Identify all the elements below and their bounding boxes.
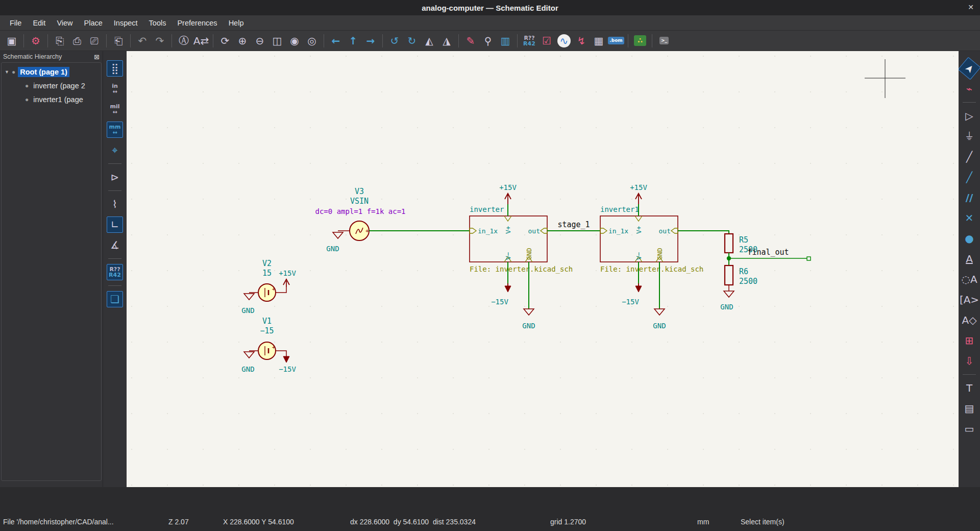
edit-symbol-fields-icon[interactable]: ▥ xyxy=(497,33,513,49)
redo-icon[interactable]: ↷ xyxy=(152,33,168,49)
menu-inspect[interactable]: Inspect xyxy=(108,17,143,29)
hierarchy-navigator-icon[interactable]: ❏ xyxy=(107,291,123,307)
highlight-net-icon[interactable]: ⌁ xyxy=(961,81,977,97)
pcb-editor-icon[interactable]: ∴ xyxy=(632,33,648,49)
menu-edit[interactable]: Edit xyxy=(27,17,51,29)
add-wire-icon[interactable]: ╱ xyxy=(961,149,977,165)
mirror-vertical-icon[interactable]: ◭ xyxy=(421,33,437,49)
m15-label[interactable]: −15V xyxy=(491,298,508,306)
gnd-label[interactable]: GND xyxy=(720,303,733,311)
page-settings-icon[interactable]: ⎘ xyxy=(52,33,68,49)
sheet1-pin-gnd[interactable]: GND xyxy=(525,248,533,260)
r5-reference[interactable]: R5 xyxy=(739,235,748,245)
p15-label[interactable]: +15V xyxy=(630,183,647,191)
menu-place[interactable]: Place xyxy=(79,17,108,29)
sheet2-pin-gnd[interactable]: GND xyxy=(656,248,664,260)
v3-value[interactable]: VSIN xyxy=(350,197,369,206)
menu-tools[interactable]: Tools xyxy=(143,17,172,29)
save-icon[interactable]: ▣ xyxy=(4,33,20,49)
v3-gnd-label[interactable]: GND xyxy=(326,245,339,253)
add-textbox-icon[interactable]: ▤ xyxy=(961,400,977,417)
add-net-label-icon[interactable]: A xyxy=(961,251,977,267)
wire-hv-only-icon[interactable]: ∟ xyxy=(107,216,123,233)
zoom-out-icon[interactable]: ⊖ xyxy=(252,33,268,49)
add-rectangle-icon[interactable]: ▭ xyxy=(961,421,977,437)
v2-value[interactable]: 15 xyxy=(262,269,272,278)
add-junction-icon[interactable]: ● xyxy=(961,230,977,247)
find-icon[interactable]: Ⓐ xyxy=(176,33,192,49)
wire-45-degree-icon[interactable]: ∡ xyxy=(107,237,123,253)
simulator-icon[interactable]: ∿ xyxy=(557,34,571,47)
symbol-fields-table-icon[interactable]: ▦ xyxy=(591,33,607,49)
menu-view[interactable]: View xyxy=(51,17,78,29)
navigate-forward-icon[interactable]: → xyxy=(362,33,379,49)
m15-label[interactable]: −15V xyxy=(622,298,639,306)
full-crosshair-cursor-icon[interactable]: ⌖ xyxy=(107,142,123,158)
sheet1-pin-in[interactable]: in_1x xyxy=(478,227,498,235)
v2-gnd-label[interactable]: GND xyxy=(241,306,254,315)
window-close-icon[interactable]: ✕ xyxy=(968,3,974,11)
zoom-fit-page-icon[interactable]: ◫ xyxy=(269,33,285,49)
v1-reference[interactable]: V1 xyxy=(262,317,272,326)
tree-expander-icon[interactable]: ▼ xyxy=(5,69,12,75)
sheet1-file[interactable]: File: inverter.kicad_sch xyxy=(470,265,573,274)
symbol-library-browser-icon[interactable]: ⚲ xyxy=(480,33,496,49)
v1-m15-label[interactable]: −15V xyxy=(279,365,296,373)
add-bus-entry-icon[interactable]: // xyxy=(961,189,977,206)
add-hierarchical-label-icon[interactable]: A◇ xyxy=(961,312,977,328)
sheet2-pin-vminus[interactable]: V− xyxy=(635,252,643,260)
sheet2-file[interactable]: File: inverter.kicad_sch xyxy=(600,265,703,274)
wire-free-angle-icon[interactable]: ⌇ xyxy=(107,196,123,212)
add-directive-label-icon[interactable]: ◌A xyxy=(961,271,977,287)
net-label-stage1[interactable]: stage_1 xyxy=(557,220,590,229)
v2-reference[interactable]: V2 xyxy=(262,259,272,268)
print-icon[interactable]: ⎙ xyxy=(69,33,85,49)
sheet1-pin-vplus[interactable]: V+ xyxy=(504,226,512,234)
v2-p15-label[interactable]: +15V xyxy=(279,269,296,277)
r6-reference[interactable]: R6 xyxy=(739,267,748,276)
net-label-final-out[interactable]: final_out xyxy=(747,248,789,257)
select-tool-icon[interactable]: ➤ xyxy=(958,57,980,80)
tree-item-root[interactable]: ▼●Root (page 1) xyxy=(5,65,101,79)
refresh-icon[interactable]: ⟳ xyxy=(217,33,233,49)
scripting-console-icon[interactable]: >_ xyxy=(656,33,672,49)
add-sheet-icon[interactable]: ⊞ xyxy=(961,332,977,349)
gnd-label[interactable]: GND xyxy=(522,322,535,330)
sheet2-pin-in[interactable]: in_1x xyxy=(608,227,628,235)
show-hidden-pins-icon[interactable]: ⊳ xyxy=(107,169,123,185)
erc-icon[interactable]: ☑ xyxy=(538,33,555,49)
zoom-to-selection-icon[interactable]: ◎ xyxy=(304,33,320,49)
find-replace-icon[interactable]: A⇄ xyxy=(193,33,209,49)
sheet2-pin-vplus[interactable]: V+ xyxy=(635,226,643,234)
add-global-label-icon[interactable]: [A> xyxy=(961,292,977,308)
add-symbol-icon[interactable]: ▷ xyxy=(961,108,977,124)
import-sheet-pin-icon[interactable]: ⇩ xyxy=(961,353,977,369)
toggle-grid-icon[interactable]: ⣿ xyxy=(107,60,123,77)
hierarchy-close-icon[interactable]: ⊠ xyxy=(94,53,100,61)
units-inches-icon[interactable]: in↔ xyxy=(107,81,123,97)
navigate-back-icon[interactable]: ← xyxy=(328,33,344,49)
units-mm-icon[interactable]: mm↔ xyxy=(107,122,123,138)
rotate-ccw-icon[interactable]: ↺ xyxy=(386,33,403,49)
add-power-port-icon[interactable]: ⏚ xyxy=(961,128,977,144)
sheet1-name[interactable]: inverter xyxy=(470,205,504,213)
add-bus-icon[interactable]: ╱ xyxy=(961,169,977,185)
sheet2-pin-out[interactable]: out xyxy=(659,227,671,235)
schematic-canvas[interactable]: V3 VSIN dc=0 ampl=1 f=1k ac=1 + GND inve… xyxy=(127,51,959,487)
sheet1-pin-vminus[interactable]: V− xyxy=(504,252,512,260)
schematic-setup-icon[interactable]: ⚙ xyxy=(28,33,44,49)
units-mils-icon[interactable]: mil↔ xyxy=(107,101,123,117)
v3-sim-params[interactable]: dc=0 ampl=1 f=1k ac=1 xyxy=(315,207,405,215)
menu-file[interactable]: File xyxy=(4,17,27,29)
p15-label[interactable]: +15V xyxy=(499,183,517,191)
tree-item-inverter[interactable]: ●inverter (page 2 xyxy=(5,79,101,92)
menu-help[interactable]: Help xyxy=(223,17,250,29)
v1-gnd-label[interactable]: GND xyxy=(241,365,254,373)
v3-reference[interactable]: V3 xyxy=(355,187,364,196)
simulation-probe-icon[interactable]: ↯ xyxy=(573,33,590,49)
annotate-icon[interactable]: R??R42 xyxy=(521,33,537,49)
export-bom-icon[interactable]: .bom xyxy=(608,33,624,49)
zoom-fit-objects-icon[interactable]: ◉ xyxy=(286,33,303,49)
gnd-label[interactable]: GND xyxy=(653,322,666,330)
navigate-up-icon[interactable]: ↑ xyxy=(345,33,361,49)
